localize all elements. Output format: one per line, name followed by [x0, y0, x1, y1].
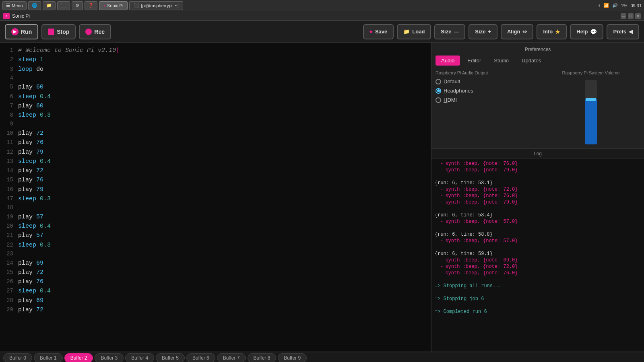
buffer-tab-buffer-6[interactable]: Buffer 6 — [186, 353, 215, 362]
code-line-24: 24 play 69 — [0, 259, 431, 268]
buffer-tab-buffer-1[interactable]: Buffer 1 — [34, 353, 63, 362]
log-entry-8: {run: 6, time: 58.4} — [435, 212, 641, 218]
buffer-tab-buffer-5[interactable]: Buffer 5 — [156, 353, 185, 362]
log-panel: Log ├ synth :beep, {note: 76.0}├ synth :… — [431, 149, 644, 352]
save-button[interactable]: ♥ Save — [363, 24, 394, 39]
code-line-6: 6 sleep 0.4 — [0, 92, 431, 101]
run-icon: ▶ — [11, 28, 19, 35]
load-button[interactable]: 📁 Load — [397, 24, 431, 39]
log-content[interactable]: ├ synth :beep, {note: 76.0}├ synth :beep… — [431, 158, 644, 352]
log-entry-18 — [435, 277, 641, 282]
log-entry-14: {run: 6, time: 59.1} — [435, 251, 641, 257]
right-panel: Preferences AudioEditorStudioUpdates Ras… — [431, 43, 644, 352]
buffer-tab-buffer-2[interactable]: Buffer 2 — [64, 353, 93, 362]
buffer-tab-buffer-8[interactable]: Buffer 8 — [248, 353, 277, 362]
code-line-9: 9 — [0, 120, 431, 129]
taskbar-app-terminal[interactable]: ⬛ [pi@raspberrypi: ~] — [129, 1, 183, 10]
code-line-17: 17 sleep 0.3 — [0, 194, 431, 204]
toolbar: ▶ Run Stop Rec ♥ Save 📁 Load Size — Size… — [0, 21, 644, 43]
prefs-tab-audio[interactable]: Audio — [436, 56, 460, 66]
code-editor[interactable]: 1# Welcome to Sonic Pi v2.10|2sleep 13lo… — [0, 43, 431, 352]
taskbar-icon-help[interactable]: ❓ — [85, 1, 97, 10]
prefs-tab-updates[interactable]: Updates — [516, 56, 547, 66]
preferences-panel: Preferences AudioEditorStudioUpdates Ras… — [431, 43, 644, 149]
maximize-button[interactable]: □ — [628, 13, 634, 19]
system-volume-label: Raspberry Pi System Volume — [562, 70, 619, 75]
radio-default[interactable]: Default — [436, 78, 534, 84]
rec-icon — [85, 29, 92, 35]
main-layout: 1# Welcome to Sonic Pi v2.10|2sleep 13lo… — [0, 43, 644, 352]
code-line-5: 5 play 60 — [0, 82, 431, 92]
code-line-14: 14 play 72 — [0, 166, 431, 175]
menu-button[interactable]: ☰ Menu — [2, 1, 27, 10]
align-button[interactable]: Align ⇔ — [501, 24, 534, 39]
heart-icon: ♥ — [369, 29, 373, 35]
code-line-27: 27 sleep 0.4 — [0, 286, 431, 296]
minimize-button[interactable]: — — [621, 13, 626, 19]
buffer-tab-buffer-3[interactable]: Buffer 3 — [95, 353, 124, 362]
log-entry-11: {run: 6, time: 58.8} — [435, 232, 641, 237]
code-line-2: 2sleep 1 — [0, 55, 431, 64]
prefs-tab-editor[interactable]: Editor — [462, 56, 487, 66]
log-entry-0: ├ synth :beep, {note: 76.0} — [435, 161, 641, 167]
radio-hdmi-circle — [436, 97, 441, 103]
taskbar-icon-terminal[interactable]: ⬛ — [57, 1, 70, 10]
code-line-23: 23 — [0, 250, 431, 259]
code-line-3: 3loop do — [0, 65, 431, 74]
code-line-11: 11 play 76 — [0, 138, 431, 147]
run-button[interactable]: ▶ Run — [5, 24, 38, 39]
taskbar-icon-wifi[interactable]: 🌐 — [28, 1, 41, 10]
log-entry-21: => Stopping job 6 — [435, 296, 641, 302]
rec-button[interactable]: Rec — [79, 24, 111, 39]
plus-icon: + — [488, 29, 491, 35]
clock: 09:31 — [630, 3, 642, 8]
code-line-19: 19 play 57 — [0, 212, 431, 222]
window-controls: — □ × — [621, 13, 641, 19]
log-entry-2 — [435, 174, 641, 179]
log-title: Log — [431, 149, 644, 158]
radio-hdmi-label: HDMI — [444, 97, 457, 103]
size-plus-button[interactable]: Size + — [469, 24, 497, 39]
taskbar-app-sonicpi[interactable]: ♪ Sonic Pi — [99, 1, 128, 10]
radio-default-label: Default — [444, 78, 460, 84]
stop-button[interactable]: Stop — [41, 24, 76, 39]
terminal-icon: ⬛ — [134, 3, 139, 8]
log-entry-23: => Completed run 6 — [435, 309, 641, 315]
buffer-tabs: Buffer 0Buffer 1Buffer 2Buffer 3Buffer 4… — [0, 352, 644, 362]
radio-default-circle — [436, 79, 441, 84]
log-entry-20 — [435, 290, 641, 295]
volume-slider[interactable] — [585, 80, 597, 144]
buffer-tab-buffer-4[interactable]: Buffer 4 — [125, 353, 154, 362]
taskbar-icon-settings[interactable]: ⚙ — [72, 1, 83, 10]
code-line-18: 18 — [0, 204, 431, 212]
help-button[interactable]: Help 💬 — [570, 24, 603, 39]
code-line-16: 16 play 79 — [0, 185, 431, 194]
volume-col: Raspberry Pi System Volume — [542, 70, 640, 144]
code-line-4: 4 — [0, 74, 431, 83]
radio-headphones[interactable]: Headphones — [436, 88, 534, 94]
titlebar: ♪ Sonic Pi — □ × — [0, 11, 644, 21]
buffer-tab-buffer-9[interactable]: Buffer 9 — [278, 353, 307, 362]
bluetooth-icon: ⑁ — [597, 3, 600, 8]
code-line-22: 22 sleep 0.3 — [0, 241, 431, 250]
star-icon: ★ — [555, 29, 560, 35]
app-icon: ♪ — [3, 13, 10, 19]
stop-icon — [48, 29, 54, 35]
code-line-7: 7 play 60 — [0, 101, 431, 111]
radio-hdmi[interactable]: HDMI — [436, 97, 534, 103]
info-button[interactable]: Info ★ — [537, 24, 567, 39]
prefs-button[interactable]: Prefs ◀ — [607, 24, 639, 39]
buffer-tab-buffer-7[interactable]: Buffer 7 — [217, 353, 246, 362]
audio-output-label: Raspberry Pi Audio Output — [436, 70, 534, 75]
code-line-21: 21 play 57 — [0, 231, 431, 240]
radio-headphones-circle — [436, 88, 441, 94]
taskbar-icon-folder[interactable]: 📁 — [43, 1, 56, 10]
log-entry-4: ├ synth :beep, {note: 72.0} — [435, 187, 641, 192]
size-minus-button[interactable]: Size — — [434, 24, 465, 39]
prefs-tab-studio[interactable]: Studio — [488, 56, 514, 66]
taskbar-system-area: ⑁ 📶 🔊 1% 09:31 — [597, 3, 642, 8]
buffer-tab-buffer-0[interactable]: Buffer 0 — [3, 353, 32, 362]
prefs-tabs: AudioEditorStudioUpdates — [436, 56, 640, 66]
close-button[interactable]: × — [635, 13, 641, 19]
code-line-26: 26 play 76 — [0, 277, 431, 286]
